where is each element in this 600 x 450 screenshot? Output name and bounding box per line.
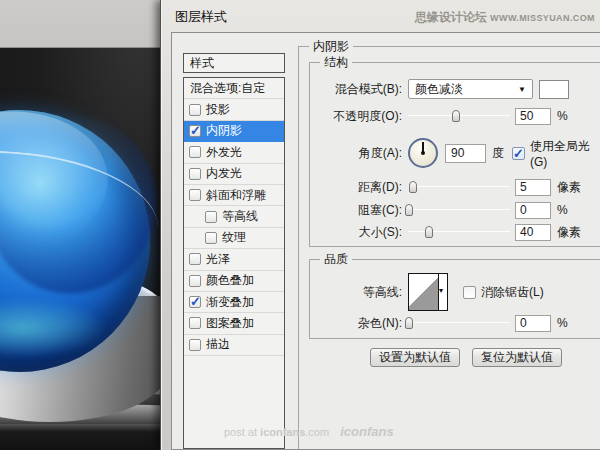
choke-unit: % xyxy=(557,203,568,217)
style-item-label: 投影 xyxy=(206,101,230,118)
distance-input[interactable]: 5 xyxy=(515,179,551,196)
style-list-item[interactable]: 内阴影 xyxy=(184,121,284,142)
angle-input[interactable]: 90 xyxy=(445,144,486,163)
contour-picker[interactable] xyxy=(408,273,448,311)
style-item-label: 描边 xyxy=(206,336,230,353)
set-default-button[interactable]: 设置为默认值 xyxy=(370,348,460,367)
canvas-floor xyxy=(0,424,163,450)
style-item-label: 内阴影 xyxy=(206,122,242,139)
angle-label: 角度(A): xyxy=(318,145,402,162)
noise-unit: % xyxy=(557,316,568,330)
slider-knob[interactable] xyxy=(405,317,413,329)
slider-track xyxy=(408,186,510,187)
angle-row: 角度(A): 90 度 使用全局光(G) xyxy=(318,137,600,169)
styles-list: 混合选项:自定投影内阴影外发光内发光斜面和浮雕等高线纹理光泽颜色叠加渐变叠加图案… xyxy=(183,77,285,449)
style-list-item[interactable]: 混合选项:自定 xyxy=(184,78,284,99)
choke-label: 阻塞(C): xyxy=(318,202,402,219)
style-list-item[interactable]: 颜色叠加 xyxy=(184,271,284,292)
style-item-label: 颜色叠加 xyxy=(206,272,254,289)
styles-panel-header: 样式 xyxy=(183,53,285,73)
style-list-item[interactable]: 等高线 xyxy=(184,206,284,227)
credit-prefix: post at xyxy=(224,426,260,438)
distance-row: 距离(D): 5 像素 xyxy=(318,177,600,197)
style-checkbox[interactable] xyxy=(189,339,201,351)
size-label: 大小(S): xyxy=(318,224,402,241)
style-checkbox[interactable] xyxy=(189,168,201,180)
screenshot-root: 图层样式 思缘设计论坛 WWW.MISSYUAN.COM 样式 混合选项:自定投… xyxy=(0,0,600,450)
style-list-item[interactable]: 斜面和浮雕 xyxy=(184,185,284,206)
angle-unit: 度 xyxy=(492,145,504,162)
blend-mode-value: 颜色减淡 xyxy=(415,81,463,98)
canvas-area xyxy=(0,0,163,450)
style-list-item[interactable]: 纹理 xyxy=(184,228,284,249)
global-light-checkbox[interactable] xyxy=(512,147,525,160)
slider-track xyxy=(408,209,510,210)
style-item-label: 斜面和浮雕 xyxy=(206,187,266,204)
credit-site: iconfans xyxy=(260,426,305,438)
style-list-item[interactable]: 渐变叠加 xyxy=(184,292,284,313)
noise-slider[interactable] xyxy=(408,316,510,330)
contour-label: 等高线: xyxy=(318,284,402,301)
slider-knob[interactable] xyxy=(409,181,417,193)
style-item-label: 纹理 xyxy=(222,229,246,246)
style-checkbox[interactable] xyxy=(205,232,217,244)
style-list-item[interactable]: 图案叠加 xyxy=(184,313,284,334)
blend-mode-dropdown[interactable]: 颜色减淡 ▼ xyxy=(408,79,533,99)
reset-default-button[interactable]: 复位为默认值 xyxy=(472,348,562,367)
credit-watermark: post at iconfans.com iconfans xyxy=(224,424,394,439)
quality-group: 品质 等高线: 消除锯齿(L) 杂色(N): xyxy=(309,259,600,339)
opacity-label: 不透明度(O): xyxy=(318,108,402,125)
opacity-row: 不透明度(O): 50 % xyxy=(318,106,600,126)
structure-group: 结构 混合模式(B): 颜色减淡 ▼ 不透明度(O): xyxy=(309,62,600,247)
style-item-label: 混合选项:自定 xyxy=(190,80,265,97)
style-list-item[interactable]: 投影 xyxy=(184,99,284,120)
size-input[interactable]: 40 xyxy=(515,224,551,241)
global-light-label: 使用全局光(G) xyxy=(530,138,600,169)
shadow-color-swatch[interactable] xyxy=(539,80,569,99)
style-checkbox[interactable] xyxy=(189,317,201,329)
antialias-checkbox[interactable] xyxy=(463,286,476,299)
quality-legend: 品质 xyxy=(320,252,352,266)
style-item-label: 等高线 xyxy=(222,208,258,225)
contour-row: 等高线: 消除锯齿(L) xyxy=(318,272,600,312)
opacity-input[interactable]: 50 xyxy=(515,108,551,125)
slider-track xyxy=(408,322,510,323)
style-list-item[interactable]: 光泽 xyxy=(184,249,284,270)
layer-style-dialog: 图层样式 思缘设计论坛 WWW.MISSYUAN.COM 样式 混合选项:自定投… xyxy=(160,0,600,450)
opacity-slider[interactable] xyxy=(408,109,510,123)
size-slider[interactable] xyxy=(408,225,510,239)
noise-label: 杂色(N): xyxy=(318,315,402,332)
slider-knob[interactable] xyxy=(425,226,433,238)
angle-dial[interactable] xyxy=(408,138,438,168)
iconfans-logo: iconfans xyxy=(340,424,393,439)
noise-input[interactable]: 0 xyxy=(515,315,551,332)
choke-input[interactable]: 0 xyxy=(515,202,551,219)
choke-slider[interactable] xyxy=(408,203,510,217)
contour-dropdown-arrow-icon[interactable] xyxy=(438,274,447,310)
style-checkbox[interactable] xyxy=(189,253,201,265)
slider-knob[interactable] xyxy=(405,204,413,216)
watermark-cn: 思缘设计论坛 xyxy=(415,10,487,24)
style-checkbox[interactable] xyxy=(205,211,217,223)
style-item-label: 内发光 xyxy=(206,165,242,182)
credit-suffix: .com xyxy=(305,426,329,438)
style-list-item[interactable]: 外发光 xyxy=(184,142,284,163)
style-checkbox[interactable] xyxy=(189,146,201,158)
opacity-unit: % xyxy=(557,109,568,123)
style-list-item[interactable]: 描边 xyxy=(184,335,284,356)
blend-mode-label: 混合模式(B): xyxy=(318,81,402,98)
style-checkbox[interactable] xyxy=(189,189,201,201)
style-checkbox[interactable] xyxy=(189,296,201,308)
style-list-item[interactable]: 内发光 xyxy=(184,164,284,185)
slider-knob[interactable] xyxy=(452,110,460,122)
antialias-label: 消除锯齿(L) xyxy=(481,284,544,301)
contour-thumbnail-icon xyxy=(409,274,438,310)
distance-label: 距离(D): xyxy=(318,179,402,196)
size-unit: 像素 xyxy=(557,224,581,241)
blend-mode-row: 混合模式(B): 颜色减淡 ▼ xyxy=(318,79,600,99)
angle-hub-icon xyxy=(421,151,425,155)
style-checkbox[interactable] xyxy=(189,275,201,287)
distance-slider[interactable] xyxy=(408,180,510,194)
style-checkbox[interactable] xyxy=(189,125,201,137)
style-checkbox[interactable] xyxy=(189,104,201,116)
